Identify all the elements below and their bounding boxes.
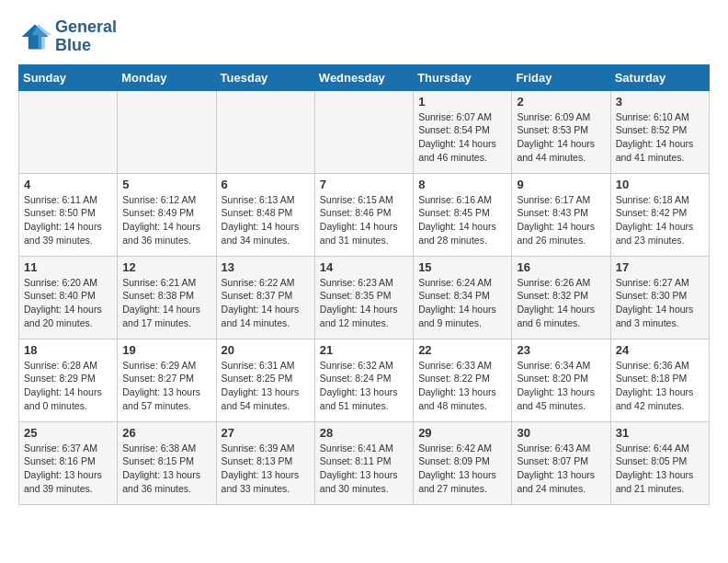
day-number: 28 (320, 426, 408, 440)
day-number: 31 (616, 426, 704, 440)
calendar-day-20: 20Sunrise: 6:31 AM Sunset: 8:25 PM Dayli… (216, 339, 314, 421)
day-number: 9 (517, 178, 605, 191)
day-number: 10 (616, 178, 704, 191)
day-info: Sunrise: 6:32 AM Sunset: 8:24 PM Dayligh… (320, 359, 408, 413)
day-info: Sunrise: 6:38 AM Sunset: 8:15 PM Dayligh… (122, 442, 210, 496)
calendar-day-14: 14Sunrise: 6:23 AM Sunset: 8:35 PM Dayli… (314, 256, 413, 339)
calendar-day-3: 3Sunrise: 6:10 AM Sunset: 8:52 PM Daylig… (610, 90, 709, 173)
calendar-day-8: 8Sunrise: 6:16 AM Sunset: 8:45 PM Daylig… (414, 173, 512, 256)
calendar-day-24: 24Sunrise: 6:36 AM Sunset: 8:18 PM Dayli… (610, 339, 709, 421)
weekday-header-sunday: Sunday (19, 64, 118, 90)
day-number: 6 (222, 178, 310, 191)
logo-icon (18, 20, 51, 53)
day-info: Sunrise: 6:20 AM Sunset: 8:40 PM Dayligh… (24, 276, 112, 330)
calendar-day-13: 13Sunrise: 6:22 AM Sunset: 8:37 PM Dayli… (216, 256, 314, 339)
day-number: 16 (517, 260, 605, 274)
day-info: Sunrise: 6:29 AM Sunset: 8:27 PM Dayligh… (122, 359, 210, 413)
day-info: Sunrise: 6:21 AM Sunset: 8:38 PM Dayligh… (122, 276, 210, 330)
calendar-day-27: 27Sunrise: 6:39 AM Sunset: 8:13 PM Dayli… (216, 421, 314, 504)
day-number: 4 (24, 178, 112, 191)
calendar-day-29: 29Sunrise: 6:42 AM Sunset: 8:09 PM Dayli… (414, 421, 512, 504)
calendar-day-22: 22Sunrise: 6:33 AM Sunset: 8:22 PM Dayli… (414, 339, 512, 421)
day-info: Sunrise: 6:37 AM Sunset: 8:16 PM Dayligh… (24, 442, 112, 496)
calendar-day-15: 15Sunrise: 6:24 AM Sunset: 8:34 PM Dayli… (414, 256, 512, 339)
day-info: Sunrise: 6:36 AM Sunset: 8:18 PM Dayligh… (616, 359, 704, 413)
day-number: 29 (418, 426, 506, 440)
day-number: 22 (418, 343, 506, 357)
day-number: 18 (24, 343, 112, 357)
day-info: Sunrise: 6:07 AM Sunset: 8:54 PM Dayligh… (418, 110, 506, 165)
page-header: General Blue (18, 18, 710, 55)
calendar-week-row: 1Sunrise: 6:07 AM Sunset: 8:54 PM Daylig… (19, 90, 710, 173)
calendar-day-28: 28Sunrise: 6:41 AM Sunset: 8:11 PM Dayli… (314, 421, 413, 504)
calendar-table: SundayMondayTuesdayWednesdayThursdayFrid… (18, 64, 710, 505)
weekday-header-monday: Monday (118, 64, 216, 90)
day-number: 24 (616, 343, 704, 357)
calendar-day-10: 10Sunrise: 6:18 AM Sunset: 8:42 PM Dayli… (610, 173, 709, 256)
calendar-day-9: 9Sunrise: 6:17 AM Sunset: 8:43 PM Daylig… (512, 173, 610, 256)
day-info: Sunrise: 6:43 AM Sunset: 8:07 PM Dayligh… (517, 442, 605, 496)
calendar-week-row: 25Sunrise: 6:37 AM Sunset: 8:16 PM Dayli… (19, 421, 710, 504)
day-number: 13 (222, 260, 310, 274)
day-number: 19 (122, 343, 210, 357)
calendar-week-row: 11Sunrise: 6:20 AM Sunset: 8:40 PM Dayli… (19, 256, 710, 339)
calendar-day-26: 26Sunrise: 6:38 AM Sunset: 8:15 PM Dayli… (118, 421, 216, 504)
day-info: Sunrise: 6:11 AM Sunset: 8:50 PM Dayligh… (24, 193, 112, 247)
calendar-day-empty (314, 90, 413, 173)
day-number: 11 (24, 260, 112, 274)
day-number: 8 (418, 178, 506, 191)
day-info: Sunrise: 6:26 AM Sunset: 8:32 PM Dayligh… (517, 276, 605, 330)
day-number: 7 (320, 178, 408, 191)
day-number: 25 (24, 426, 112, 440)
calendar-day-18: 18Sunrise: 6:28 AM Sunset: 8:29 PM Dayli… (19, 339, 118, 421)
day-info: Sunrise: 6:27 AM Sunset: 8:30 PM Dayligh… (616, 276, 704, 330)
day-info: Sunrise: 6:33 AM Sunset: 8:22 PM Dayligh… (418, 359, 506, 413)
calendar-day-23: 23Sunrise: 6:34 AM Sunset: 8:20 PM Dayli… (512, 339, 610, 421)
day-info: Sunrise: 6:23 AM Sunset: 8:35 PM Dayligh… (320, 276, 408, 330)
day-info: Sunrise: 6:42 AM Sunset: 8:09 PM Dayligh… (418, 442, 506, 496)
day-number: 15 (418, 260, 506, 274)
calendar-day-5: 5Sunrise: 6:12 AM Sunset: 8:49 PM Daylig… (118, 173, 216, 256)
calendar-day-16: 16Sunrise: 6:26 AM Sunset: 8:32 PM Dayli… (512, 256, 610, 339)
day-info: Sunrise: 6:13 AM Sunset: 8:48 PM Dayligh… (222, 193, 310, 247)
calendar-day-1: 1Sunrise: 6:07 AM Sunset: 8:54 PM Daylig… (414, 90, 512, 173)
day-number: 30 (517, 426, 605, 440)
day-info: Sunrise: 6:09 AM Sunset: 8:53 PM Dayligh… (517, 110, 605, 165)
calendar-day-30: 30Sunrise: 6:43 AM Sunset: 8:07 PM Dayli… (512, 421, 610, 504)
day-number: 23 (517, 343, 605, 357)
day-info: Sunrise: 6:10 AM Sunset: 8:52 PM Dayligh… (616, 110, 704, 165)
weekday-header-row: SundayMondayTuesdayWednesdayThursdayFrid… (19, 64, 710, 90)
logo: General Blue (18, 18, 117, 55)
day-number: 17 (616, 260, 704, 274)
calendar-day-7: 7Sunrise: 6:15 AM Sunset: 8:46 PM Daylig… (314, 173, 413, 256)
day-number: 20 (222, 343, 310, 357)
day-number: 3 (616, 95, 704, 109)
calendar-day-6: 6Sunrise: 6:13 AM Sunset: 8:48 PM Daylig… (216, 173, 314, 256)
weekday-header-thursday: Thursday (414, 64, 512, 90)
day-number: 27 (222, 426, 310, 440)
calendar-day-21: 21Sunrise: 6:32 AM Sunset: 8:24 PM Dayli… (314, 339, 413, 421)
calendar-day-31: 31Sunrise: 6:44 AM Sunset: 8:05 PM Dayli… (610, 421, 709, 504)
calendar-day-4: 4Sunrise: 6:11 AM Sunset: 8:50 PM Daylig… (19, 173, 118, 256)
calendar-day-2: 2Sunrise: 6:09 AM Sunset: 8:53 PM Daylig… (512, 90, 610, 173)
day-info: Sunrise: 6:31 AM Sunset: 8:25 PM Dayligh… (222, 359, 310, 413)
day-info: Sunrise: 6:34 AM Sunset: 8:20 PM Dayligh… (517, 359, 605, 413)
day-number: 14 (320, 260, 408, 274)
day-info: Sunrise: 6:12 AM Sunset: 8:49 PM Dayligh… (122, 193, 210, 247)
day-number: 1 (418, 95, 506, 109)
day-info: Sunrise: 6:16 AM Sunset: 8:45 PM Dayligh… (418, 193, 506, 247)
day-info: Sunrise: 6:17 AM Sunset: 8:43 PM Dayligh… (517, 193, 605, 247)
calendar-day-empty (19, 90, 118, 173)
day-info: Sunrise: 6:15 AM Sunset: 8:46 PM Dayligh… (320, 193, 408, 247)
day-info: Sunrise: 6:22 AM Sunset: 8:37 PM Dayligh… (222, 276, 310, 330)
logo-text: General Blue (55, 18, 117, 55)
day-info: Sunrise: 6:24 AM Sunset: 8:34 PM Dayligh… (418, 276, 506, 330)
calendar-day-11: 11Sunrise: 6:20 AM Sunset: 8:40 PM Dayli… (19, 256, 118, 339)
day-info: Sunrise: 6:41 AM Sunset: 8:11 PM Dayligh… (320, 442, 408, 496)
calendar-day-empty (118, 90, 216, 173)
day-number: 2 (517, 95, 605, 109)
weekday-header-saturday: Saturday (610, 64, 709, 90)
calendar-day-12: 12Sunrise: 6:21 AM Sunset: 8:38 PM Dayli… (118, 256, 216, 339)
calendar-week-row: 4Sunrise: 6:11 AM Sunset: 8:50 PM Daylig… (19, 173, 710, 256)
day-number: 26 (122, 426, 210, 440)
